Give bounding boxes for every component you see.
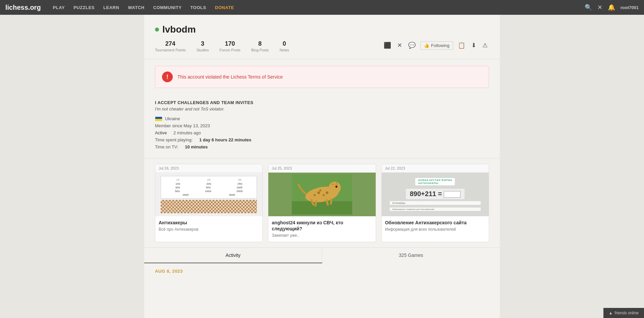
- blog-card-2-date: Jul 25, 2023: [268, 164, 375, 173]
- top-navigation: lichess.org PLAY PUZZLES LEARN WATCH COM…: [0, 0, 644, 15]
- stat-forum-posts-value: 170: [225, 40, 235, 47]
- member-since-text: Member since May 13, 2023: [155, 123, 210, 128]
- warning-icon: !: [162, 72, 173, 82]
- blog-card-1-title: Антихакеры: [155, 216, 262, 227]
- stat-forum-posts-label: Forum Posts: [219, 48, 240, 52]
- country-name: Ukraine: [165, 116, 180, 121]
- friends-online-bar[interactable]: ▲ friends online: [603, 308, 644, 318]
- svg-point-7: [319, 189, 321, 191]
- blog-card-3-desc: Информация для всех пользователей: [382, 227, 489, 236]
- stat-notes-value: 0: [283, 40, 286, 47]
- antihack-header: НОВАЯ КРУТАЯ ФИРМААнтихакеры: [415, 178, 455, 185]
- tv-icon[interactable]: ⬛: [382, 40, 392, 50]
- stat-tournament-points-label: Tournament Points: [155, 48, 186, 52]
- blog-card-3[interactable]: Jul 22, 2023 НОВАЯ КРУТАЯ ФИРМААнтихакер…: [381, 164, 489, 242]
- antihack-description-text: Информация о правилах для пользователей: [390, 208, 481, 211]
- time-tv-row: Time on TV: 10 minutes: [155, 144, 489, 149]
- stat-tournament-points-value: 274: [165, 40, 175, 47]
- nav-watch[interactable]: WATCH: [124, 0, 148, 15]
- tabs-section: Activity 325 Games: [144, 247, 500, 263]
- stat-forum-posts: 170 Forum Posts: [219, 40, 240, 52]
- time-tv-label: Time on TV:: [155, 144, 178, 149]
- notifications-icon[interactable]: 🔔: [608, 4, 615, 11]
- close-icon[interactable]: ✕: [597, 4, 602, 11]
- activity-section: AUG 8, 2023: [144, 263, 500, 282]
- nav-links: PLAY PUZZLES LEARN WATCH COMMUNITY TOOLS…: [49, 0, 585, 15]
- blog-posts-section: Jul 26, 2023 1S2S5S 10S20S25S 30S50S1005: [144, 158, 500, 247]
- site-logo[interactable]: lichess.org: [5, 4, 41, 11]
- svg-point-8: [326, 191, 328, 194]
- profile-info: I ACCEPT CHALLENGES AND TEAM INVITES I'm…: [144, 95, 500, 158]
- profile-username: lvbodm: [162, 24, 196, 35]
- time-playing-label: Time spent playing:: [155, 137, 193, 142]
- stat-blog-posts: 8 Blog Posts: [251, 40, 269, 52]
- blog-card-1[interactable]: Jul 26, 2023 1S2S5S 10S20S25S 30S50S1005: [155, 164, 263, 242]
- svg-point-3: [329, 182, 341, 194]
- active-label: Active: [155, 130, 167, 135]
- blog-card-1-image: 1S2S5S 10S20S25S 30S50S1005 50S100S200S: [155, 173, 262, 216]
- profile-header: lvbodm 274 Tournament Points 3 Studies 1…: [144, 15, 500, 59]
- ukraine-flag: [155, 117, 162, 121]
- svg-point-5: [323, 194, 325, 196]
- profile-actions: ⬛ ✕ 💬 👍 Following 📋 ⬇ ⚠: [382, 40, 489, 50]
- nav-donate[interactable]: DONATE: [211, 0, 238, 15]
- stat-tournament-points: 274 Tournament Points: [155, 40, 186, 52]
- time-playing-row: Time spent playing: 1 day 6 hours 22 min…: [155, 137, 489, 142]
- svg-rect-1: [292, 201, 352, 215]
- stat-studies-value: 3: [201, 40, 204, 47]
- profile-title-row: lvbodm: [155, 24, 489, 35]
- tos-warning-banner: ! This account violated the Lichess Term…: [155, 66, 489, 88]
- blog-card-2-title: anghost24 кикнули из СВЧ, кто следующий?: [268, 216, 375, 233]
- blog-card-3-title: Обновление Антихакерского сайта: [382, 216, 489, 227]
- country-row: Ukraine: [155, 116, 489, 121]
- math-problem: 890+211 =: [406, 189, 465, 199]
- download-icon[interactable]: ⬇: [470, 40, 478, 50]
- nav-right: 🔍 ✕ 🔔 root7001: [585, 4, 639, 11]
- member-since-row: Member since May 13, 2023: [155, 123, 489, 128]
- blog-card-1-desc: Всё про Антихакеров: [155, 227, 262, 236]
- blog-card-1-date: Jul 26, 2023: [155, 164, 262, 173]
- challenge-icon[interactable]: ✕: [396, 40, 404, 50]
- following-label: Following: [431, 43, 449, 48]
- nav-learn[interactable]: LEARN: [99, 0, 123, 15]
- tab-games-label: 325 Games: [399, 253, 423, 258]
- antihack-small-text: Антихакеры: [390, 201, 481, 205]
- search-icon[interactable]: 🔍: [585, 4, 592, 11]
- tab-activity[interactable]: Activity: [144, 248, 322, 263]
- stat-studies-label: Studies: [197, 48, 209, 52]
- tab-activity-label: Activity: [226, 253, 240, 258]
- stat-blog-posts-label: Blog Posts: [251, 48, 269, 52]
- cheetah-svg: [292, 174, 352, 215]
- nav-tools[interactable]: TOOLS: [186, 0, 210, 15]
- stat-studies: 3 Studies: [197, 40, 209, 52]
- online-status-dot: [155, 28, 159, 32]
- notes-icon[interactable]: 📋: [457, 40, 467, 50]
- svg-point-13: [335, 186, 337, 188]
- nav-community[interactable]: COMMUNITY: [149, 0, 186, 15]
- stat-blog-posts-value: 8: [258, 40, 262, 47]
- cheetah-image: [268, 173, 375, 216]
- main-container: lvbodm 274 Tournament Points 3 Studies 1…: [144, 15, 500, 318]
- profile-stats-row: 274 Tournament Points 3 Studies 170 Foru…: [155, 40, 489, 52]
- tab-games[interactable]: 325 Games: [322, 248, 500, 263]
- following-button[interactable]: 👍 Following: [420, 41, 453, 50]
- report-icon[interactable]: ⚠: [481, 40, 489, 50]
- message-icon[interactable]: 💬: [407, 40, 417, 50]
- current-user[interactable]: root7001: [621, 5, 639, 10]
- blog-card-2[interactable]: Jul 25, 2023: [268, 164, 376, 242]
- svg-point-6: [314, 194, 316, 196]
- active-value: 2 minutes ago: [173, 130, 201, 135]
- bio-title: I ACCEPT CHALLENGES AND TEAM INVITES: [155, 100, 489, 105]
- chess-board-mini: [161, 200, 257, 213]
- nav-play[interactable]: PLAY: [49, 0, 69, 15]
- antihack-image: НОВАЯ КРУТАЯ ФИРМААнтихакеры 890+211 = А…: [382, 173, 489, 216]
- stat-notes-label: Notes: [279, 48, 289, 52]
- blog-card-3-image: НОВАЯ КРУТАЯ ФИРМААнтихакеры 890+211 = А…: [382, 173, 489, 216]
- svg-point-4: [317, 191, 320, 194]
- time-playing-value: 1 day 6 hours 22 minutes: [199, 137, 251, 142]
- nav-puzzles[interactable]: PUZZLES: [69, 0, 99, 15]
- stat-notes: 0 Notes: [279, 40, 289, 52]
- thumbs-up-icon: 👍: [424, 43, 429, 48]
- active-row: Active 2 minutes ago: [155, 130, 489, 135]
- triangle-up-icon: ▲: [609, 311, 613, 315]
